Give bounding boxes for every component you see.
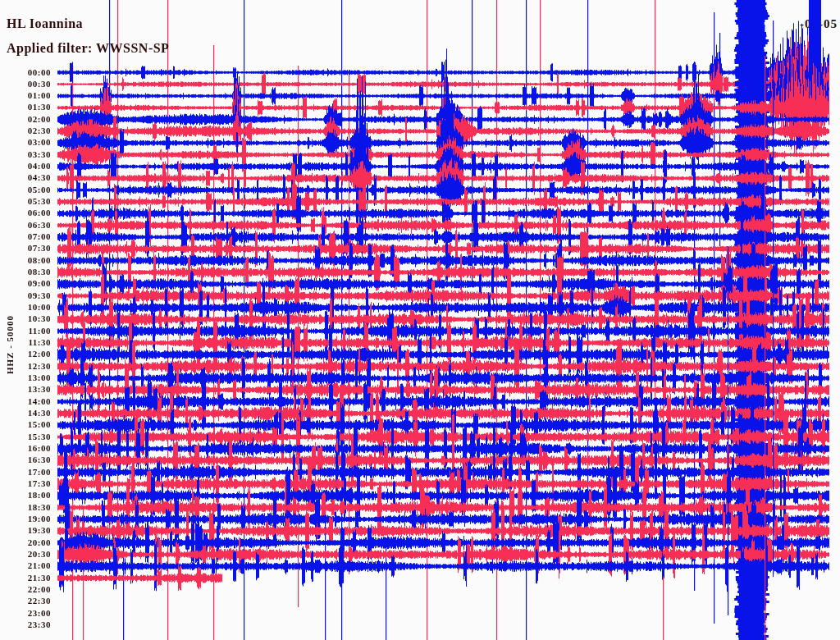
time-label: 09:30	[0, 290, 51, 301]
time-label: 20:30	[0, 549, 51, 560]
helicorder-trace-canvas[interactable]	[0, 0, 840, 640]
time-label: 03:00	[0, 137, 51, 148]
time-label: 15:00	[0, 419, 51, 430]
time-label: 07:30	[0, 243, 51, 254]
time-label: 03:30	[0, 149, 51, 160]
time-label: 19:00	[0, 514, 51, 524]
time-label: 18:30	[0, 502, 51, 513]
time-label: 15:30	[0, 432, 51, 442]
time-label: 09:00	[0, 278, 51, 289]
time-label: 05:00	[0, 185, 51, 195]
time-label: 02:00	[0, 114, 51, 125]
time-label: 04:00	[0, 161, 51, 171]
time-label: 17:30	[0, 478, 51, 489]
time-label: 18:00	[0, 490, 51, 501]
time-label: 07:00	[0, 231, 51, 242]
time-label: 00:30	[0, 79, 51, 89]
time-label: 00:00	[0, 67, 51, 78]
time-label: 17:00	[0, 467, 51, 478]
time-label: 14:00	[0, 396, 51, 407]
time-label: 11:00	[0, 326, 51, 336]
time-label: 23:30	[0, 619, 51, 630]
time-label: 13:00	[0, 373, 51, 383]
time-label: 14:30	[0, 408, 51, 418]
time-label: 12:30	[0, 361, 51, 372]
time-label: 06:30	[0, 220, 51, 231]
time-label: 22:30	[0, 596, 51, 606]
station-title: HL Ioannina	[7, 16, 83, 31]
time-label: 16:00	[0, 443, 51, 454]
time-label: 10:00	[0, 302, 51, 313]
time-label: 19:30	[0, 525, 51, 536]
time-label: 12:00	[0, 349, 51, 359]
time-label: 21:30	[0, 573, 51, 583]
time-label: 16:30	[0, 455, 51, 465]
time-label: 04:30	[0, 172, 51, 183]
time-label: 13:30	[0, 384, 51, 395]
time-label: 02:30	[0, 126, 51, 136]
time-label: 08:30	[0, 267, 51, 277]
time-label: 11:30	[0, 337, 51, 348]
time-label: 23:00	[0, 608, 51, 619]
time-label: 22:00	[0, 584, 51, 595]
time-label: 06:00	[0, 208, 51, 218]
applied-filter-label: Applied filter: WWSSN-SP	[7, 41, 169, 56]
time-label: 01:30	[0, 102, 51, 112]
time-label: 10:30	[0, 313, 51, 324]
time-label: 08:00	[0, 255, 51, 266]
time-label: 21:00	[0, 560, 51, 571]
time-label: 01:00	[0, 90, 51, 101]
time-label: 20:00	[0, 537, 51, 548]
time-label: 05:30	[0, 196, 51, 207]
